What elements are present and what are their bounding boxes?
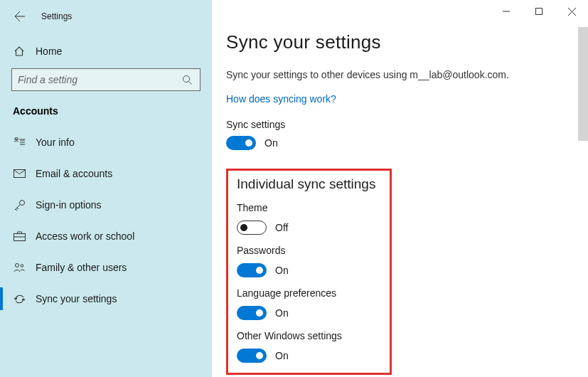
- svg-point-0: [183, 75, 189, 82]
- search-button[interactable]: [180, 73, 194, 87]
- sidebar-item-label: Access work or school: [36, 230, 134, 242]
- sidebar: Settings Home Accounts Your info Email &…: [0, 0, 212, 377]
- briefcase-icon: [13, 230, 26, 243]
- passwords-toggle[interactable]: [237, 263, 267, 277]
- sidebar-item-label: Email & accounts: [36, 168, 112, 179]
- sync-icon: [13, 292, 26, 305]
- arrow-left-icon: [14, 11, 26, 22]
- nav-home-label: Home: [36, 46, 62, 57]
- main-content: Sync your settings Sync your settings to…: [212, 0, 588, 377]
- close-icon: [568, 8, 576, 16]
- search-wrap: [0, 68, 212, 91]
- sidebar-item-sync[interactable]: Sync your settings: [0, 283, 212, 314]
- maximize-icon: [535, 8, 542, 15]
- svg-rect-8: [536, 9, 542, 15]
- help-link[interactable]: How does syncing work?: [226, 93, 577, 105]
- maximize-button[interactable]: [523, 0, 555, 23]
- minimize-button[interactable]: [490, 0, 523, 23]
- sidebar-item-label: Sign-in options: [36, 199, 102, 211]
- passwords-label: Passwords: [237, 245, 381, 256]
- sidebar-item-family[interactable]: Family & other users: [0, 252, 212, 283]
- minimize-icon: [503, 8, 510, 15]
- sidebar-item-label: Family & other users: [36, 262, 127, 273]
- search-icon: [182, 75, 193, 85]
- sidebar-item-label: Your info: [36, 137, 75, 148]
- theme-state: Off: [275, 222, 288, 233]
- sidebar-item-your-info[interactable]: Your info: [0, 127, 212, 158]
- svg-point-4: [19, 200, 24, 205]
- svg-point-6: [16, 264, 19, 267]
- mail-icon: [13, 167, 26, 180]
- passwords-state: On: [275, 265, 289, 276]
- sync-settings-label: Sync settings: [226, 119, 577, 130]
- svg-point-7: [21, 265, 23, 267]
- back-button[interactable]: [9, 6, 31, 27]
- search-input[interactable]: [18, 74, 180, 85]
- search-box[interactable]: [11, 68, 201, 91]
- sidebar-item-signin[interactable]: Sign-in options: [0, 189, 212, 221]
- language-label: Language preferences: [237, 287, 381, 299]
- language-toggle[interactable]: [237, 306, 267, 320]
- sidebar-item-label: Sync your settings: [36, 293, 117, 304]
- nav-home[interactable]: Home: [0, 37, 212, 65]
- individual-sync-box: Individual sync settings Theme Off Passw…: [226, 169, 392, 375]
- people-icon: [13, 261, 26, 274]
- page-title: Sync your settings: [226, 31, 577, 53]
- theme-label: Theme: [237, 202, 381, 213]
- sync-settings-state: On: [264, 137, 278, 149]
- other-toggle[interactable]: [237, 349, 267, 363]
- individual-sync-heading: Individual sync settings: [237, 176, 381, 192]
- other-label: Other Windows settings: [237, 330, 381, 341]
- window-title: Settings: [41, 11, 72, 21]
- sidebar-section-header: Accounts: [0, 91, 212, 127]
- home-icon: [13, 45, 26, 58]
- other-state: On: [275, 350, 289, 361]
- svg-point-2: [15, 137, 18, 140]
- passwords-toggle-row: On: [237, 263, 381, 277]
- language-toggle-row: On: [237, 306, 381, 320]
- language-state: On: [275, 307, 289, 319]
- titlebar: Settings: [0, 6, 212, 27]
- other-toggle-row: On: [237, 349, 381, 363]
- key-icon: [13, 198, 26, 211]
- sidebar-item-work-school[interactable]: Access work or school: [0, 221, 212, 252]
- page-description: Sync your settings to other devices usin…: [226, 69, 577, 80]
- person-card-icon: [13, 136, 26, 149]
- scrollbar[interactable]: [578, 27, 588, 141]
- close-button[interactable]: [555, 0, 588, 23]
- sync-settings-toggle-row: On: [226, 136, 577, 150]
- sync-settings-toggle[interactable]: [226, 136, 256, 150]
- theme-toggle-row: Off: [237, 221, 381, 235]
- theme-toggle[interactable]: [237, 221, 267, 235]
- sidebar-item-email[interactable]: Email & accounts: [0, 158, 212, 189]
- window-controls: [490, 0, 588, 23]
